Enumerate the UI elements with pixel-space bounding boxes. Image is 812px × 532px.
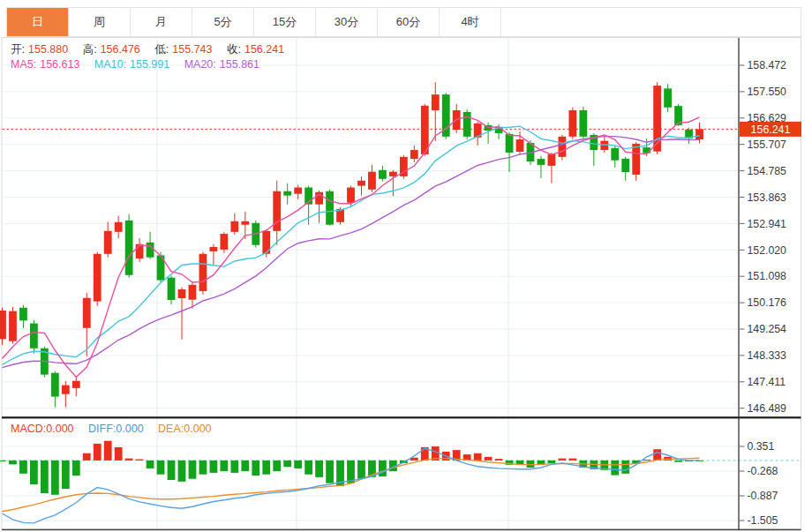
dea-value: 0.000 (184, 423, 211, 435)
tab-5min[interactable]: 5分 (192, 8, 254, 36)
macd-tick-label: -0.887 (748, 490, 778, 502)
bottom-border (2, 529, 801, 531)
candles-layer (0, 82, 703, 407)
tab-4hour[interactable]: 4时 (440, 8, 501, 36)
price-tick-label: 147.411 (748, 376, 786, 388)
ma5-value: 156.613 (40, 58, 79, 71)
price-tick-label: 157.550 (748, 86, 787, 98)
tab-60min[interactable]: 60分 (378, 8, 440, 36)
ma20-value: 155.861 (220, 58, 259, 71)
diff-label: DIFF: (88, 423, 116, 435)
price-tick-label: 149.254 (748, 323, 787, 335)
macd-value: 0.000 (46, 423, 73, 435)
price-tick-label: 150.176 (748, 296, 787, 309)
macd-info-row: MACD:0.000 DIFF:0.000 DEA:0.000 (11, 423, 212, 435)
tab-month[interactable]: 月 (131, 8, 192, 36)
price-tick-label: 148.333 (748, 349, 787, 362)
ma-info-row: MA5:156.613 MA10:155.991 MA20:155.861 (11, 58, 259, 71)
tab-30min[interactable]: 30分 (316, 8, 378, 36)
close-value: 156.241 (244, 43, 284, 56)
ma10-value: 155.991 (130, 58, 169, 71)
kline-chart-widget: 日周月5分15分30分60分4时 开:155.880 高:156.476 低:1… (0, 0, 812, 532)
macd-label: MACD: (11, 423, 46, 435)
quote-info-row: 开:155.880 高:156.476 低:155.743 收:156.241 (11, 42, 284, 57)
high-label: 高: (83, 43, 97, 56)
price-tick-label: 154.785 (748, 165, 787, 177)
price-tick-label: 155.707 (748, 139, 787, 151)
low-value: 155.743 (172, 43, 212, 56)
open-label: 开: (11, 43, 25, 56)
macd-tick-label: -0.268 (748, 465, 778, 477)
macd-tick-label: 0.351 (748, 440, 775, 453)
timeframe-tabbar: 日周月5分15分30分60分4时 (6, 7, 801, 37)
ma5-label: MA5: (11, 58, 36, 71)
tabbar-filler (501, 8, 801, 36)
diff-value: 0.000 (116, 423, 143, 435)
tab-day[interactable]: 日 (7, 8, 69, 36)
open-value: 155.880 (28, 43, 68, 56)
price-tick-label: 158.472 (748, 59, 787, 71)
tab-week[interactable]: 周 (69, 8, 131, 36)
close-label: 收: (227, 43, 241, 56)
price-tick-label: 153.863 (748, 191, 787, 204)
dea-label: DEA: (158, 423, 184, 435)
ma10-label: MA10: (94, 58, 126, 71)
main-macd-separator (2, 416, 801, 418)
price-tick-label: 152.020 (748, 244, 787, 257)
low-label: 低: (154, 43, 169, 56)
price-tick-label: 146.489 (748, 402, 787, 415)
high-value: 156.476 (101, 43, 140, 56)
price-tick-label: 152.941 (748, 218, 787, 230)
price-tick-label: 151.098 (748, 270, 787, 282)
ma20-label: MA20: (184, 58, 216, 71)
macd-tick-label: -1.505 (748, 514, 778, 527)
candlestick-chart-canvas[interactable]: 158.472157.550156.629155.707154.785153.8… (0, 0, 812, 532)
current-price-badge-text: 156.241 (751, 124, 791, 136)
tab-15min[interactable]: 15分 (254, 8, 316, 36)
